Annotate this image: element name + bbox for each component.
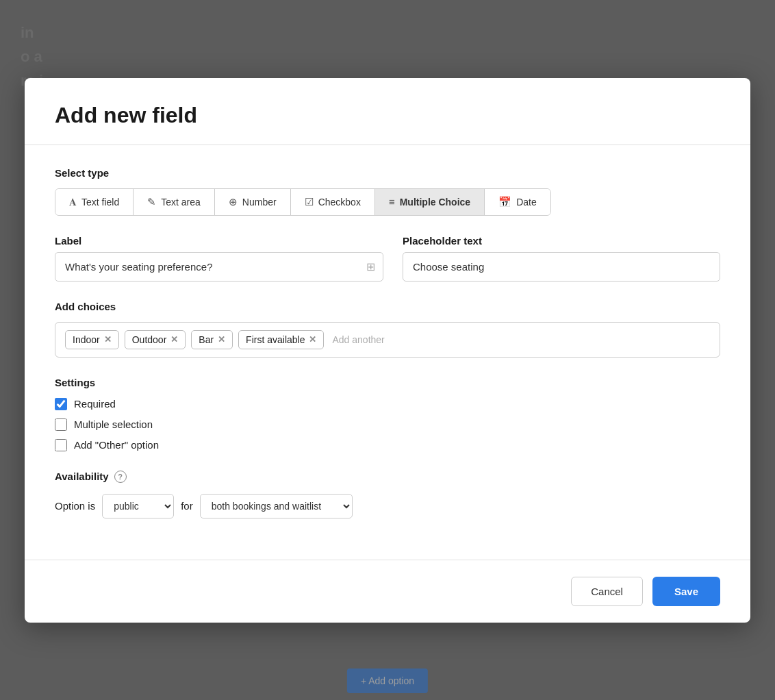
type-btn-date[interactable]: 📅 Date: [485, 189, 550, 215]
modal-title: Add new field: [55, 103, 720, 128]
placeholder-field-label: Placeholder text: [403, 235, 720, 247]
multiple-selection-label: Multiple selection: [74, 418, 153, 430]
settings-label: Settings: [55, 377, 720, 388]
type-btn-text-area[interactable]: ✎ Text area: [134, 189, 215, 215]
type-btn-checkbox-label: Checkbox: [318, 197, 361, 208]
text-field-icon: 𝐀: [69, 196, 77, 208]
other-option-checkbox[interactable]: [55, 439, 67, 451]
label-field-icon: ⊞: [366, 260, 375, 273]
add-new-field-modal: Add new field Select type 𝐀 Text field ✎…: [25, 78, 750, 623]
availability-section: Availability ? Option is public private …: [55, 471, 720, 518]
required-row: Required: [55, 398, 720, 410]
number-icon: ⊕: [229, 196, 238, 208]
label-placeholder-row: Label ⊞ Placeholder text: [55, 235, 720, 282]
choice-tag-first-available: First available ✕: [238, 330, 324, 349]
choices-container: Indoor ✕ Outdoor ✕ Bar ✕ First available…: [55, 322, 720, 358]
label-input[interactable]: [55, 252, 383, 282]
availability-separator: for: [181, 500, 193, 512]
availability-help-icon[interactable]: ?: [114, 471, 127, 483]
choice-tag-outdoor: Outdoor ✕: [125, 330, 186, 349]
choice-outdoor-remove[interactable]: ✕: [170, 335, 178, 344]
type-btn-number[interactable]: ⊕ Number: [215, 189, 291, 215]
placeholder-input[interactable]: [403, 252, 720, 282]
type-btn-checkbox[interactable]: ☑ Checkbox: [291, 189, 375, 215]
label-field-group: Label ⊞: [55, 235, 383, 282]
type-btn-text-field[interactable]: 𝐀 Text field: [55, 189, 134, 215]
choice-bar-remove[interactable]: ✕: [218, 335, 225, 344]
text-area-icon: ✎: [147, 196, 156, 208]
other-option-row: Add "Other" option: [55, 439, 720, 451]
choice-tag-indoor: Indoor ✕: [65, 330, 119, 349]
date-icon: 📅: [498, 196, 511, 208]
modal-body: Select type 𝐀 Text field ✎ Text area ⊕ N…: [25, 145, 750, 560]
placeholder-field-group: Placeholder text: [403, 235, 720, 282]
required-checkbox[interactable]: [55, 398, 67, 410]
modal-header: Add new field: [25, 78, 750, 145]
type-btn-text-field-label: Text field: [81, 197, 119, 208]
visibility-select[interactable]: public private: [102, 494, 174, 518]
type-btn-multiple-choice[interactable]: ≡ Multiple Choice: [375, 189, 485, 215]
availability-header: Availability ?: [55, 471, 720, 483]
choice-indoor-remove[interactable]: ✕: [104, 335, 112, 344]
choice-first-available-remove[interactable]: ✕: [309, 335, 316, 344]
cancel-button[interactable]: Cancel: [571, 577, 643, 606]
modal-footer: Cancel Save: [25, 560, 750, 623]
choices-label: Add choices: [55, 301, 720, 312]
availability-label: Availability: [55, 471, 109, 482]
type-btn-text-area-label: Text area: [161, 197, 201, 208]
type-btn-multiple-choice-label: Multiple Choice: [400, 197, 470, 208]
add-another-button[interactable]: Add another: [329, 332, 387, 348]
choice-bar-label: Bar: [199, 334, 214, 345]
required-label: Required: [74, 398, 116, 410]
availability-row: Option is public private for both bookin…: [55, 494, 720, 518]
select-type-label: Select type: [55, 167, 720, 179]
label-input-wrapper: ⊞: [55, 252, 383, 282]
scope-select[interactable]: both bookings and waitlist bookings only…: [200, 494, 353, 518]
settings-section: Settings Required Multiple selection Add…: [55, 377, 720, 451]
choices-section: Add choices Indoor ✕ Outdoor ✕ Bar ✕ Fir…: [55, 301, 720, 358]
checkbox-icon: ☑: [305, 196, 314, 208]
multiple-choice-icon: ≡: [389, 196, 395, 208]
choice-first-available-label: First available: [246, 334, 305, 345]
choice-tag-bar: Bar ✕: [191, 330, 233, 349]
availability-prefix: Option is: [55, 500, 95, 512]
save-button[interactable]: Save: [652, 577, 720, 606]
type-btn-date-label: Date: [516, 197, 537, 208]
multiple-selection-checkbox[interactable]: [55, 418, 67, 431]
other-option-label: Add "Other" option: [74, 439, 159, 451]
multiple-selection-row: Multiple selection: [55, 418, 720, 431]
choice-indoor-label: Indoor: [73, 334, 100, 345]
label-field-label: Label: [55, 235, 383, 247]
type-selector: 𝐀 Text field ✎ Text area ⊕ Number ☑ Chec…: [55, 188, 551, 216]
type-btn-number-label: Number: [242, 197, 277, 208]
choice-outdoor-label: Outdoor: [132, 334, 167, 345]
